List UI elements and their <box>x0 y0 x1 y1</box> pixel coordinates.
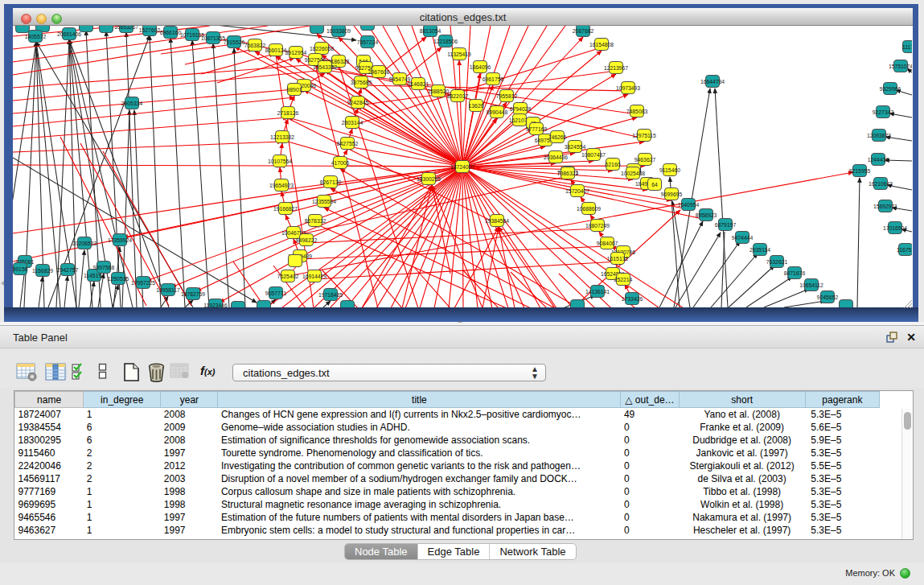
svg-text:9227342: 9227342 <box>873 109 894 115</box>
svg-text:8427552: 8427552 <box>337 141 359 146</box>
svg-text:11174: 11174 <box>902 44 912 50</box>
svg-text:8498222: 8498222 <box>296 237 318 243</box>
svg-text:1244415: 1244415 <box>868 157 889 163</box>
svg-text:10688609: 10688609 <box>577 206 601 212</box>
svg-text:417006: 417006 <box>331 160 350 166</box>
svg-text:18807249: 18807249 <box>585 223 610 229</box>
svg-text:9474444: 9474444 <box>732 235 754 241</box>
svg-text:7857224: 7857224 <box>357 39 379 45</box>
svg-text:16210643: 16210643 <box>869 181 893 187</box>
svg-text:252214: 252214 <box>614 277 633 282</box>
svg-text:99156: 99156 <box>13 266 28 272</box>
svg-text:12355594: 12355594 <box>312 199 336 204</box>
svg-text:9245652: 9245652 <box>817 295 839 300</box>
svg-text:20206533: 20206533 <box>72 241 97 246</box>
svg-text:8958923: 8958923 <box>696 212 717 218</box>
svg-text:6879197: 6879197 <box>715 222 737 228</box>
svg-text:2942757: 2942757 <box>57 267 79 273</box>
svg-text:14136141: 14136141 <box>585 289 610 295</box>
svg-text:18300295: 18300295 <box>417 176 441 182</box>
svg-text:746266: 746266 <box>548 134 567 140</box>
svg-text:6966160: 6966160 <box>160 30 182 35</box>
svg-text:8822037: 8822037 <box>447 93 469 99</box>
svg-text:8267130: 8267130 <box>320 179 342 185</box>
svg-text:18724007: 18724007 <box>450 164 474 170</box>
svg-text:7485083: 7485083 <box>626 109 648 114</box>
svg-text:9397568: 9397568 <box>93 265 115 270</box>
svg-text:1640954: 1640954 <box>678 202 700 208</box>
svg-text:17016504: 17016504 <box>883 225 907 231</box>
svg-text:11325419: 11325419 <box>447 51 471 57</box>
svg-text:16914479: 16914479 <box>302 274 326 279</box>
svg-text:9699695: 9699695 <box>661 192 683 197</box>
svg-text:12213967: 12213967 <box>604 65 628 71</box>
svg-text:7632621: 7632621 <box>766 259 788 265</box>
svg-text:6961758: 6961758 <box>483 76 504 82</box>
svg-text:8215955: 8215955 <box>849 168 871 174</box>
svg-text:16543382: 16543382 <box>313 64 337 70</box>
svg-text:6794028: 6794028 <box>510 106 532 112</box>
svg-text:2087682: 2087682 <box>573 28 594 34</box>
svg-text:16644784: 16644784 <box>700 79 725 84</box>
svg-text:7625402: 7625402 <box>277 274 299 279</box>
svg-text:10653267: 10653267 <box>114 26 138 30</box>
svg-text:20691406: 20691406 <box>57 31 81 37</box>
svg-text:9115460: 9115460 <box>659 167 680 173</box>
svg-text:19384554: 19384554 <box>485 218 509 224</box>
svg-text:16782759: 16782759 <box>181 291 205 297</box>
svg-text:16154808: 16154808 <box>589 42 614 47</box>
svg-text:10807487: 10807487 <box>581 152 606 158</box>
svg-text:64: 64 <box>651 182 658 187</box>
svg-text:11923446: 11923446 <box>203 303 228 308</box>
svg-text:9657771: 9657771 <box>265 290 287 296</box>
svg-text:8912954: 8912954 <box>285 50 307 56</box>
svg-text:1527602: 1527602 <box>139 27 161 33</box>
svg-text:16033809: 16033809 <box>326 28 351 34</box>
svg-text:8990448: 8990448 <box>487 109 508 115</box>
svg-text:12218506: 12218506 <box>433 39 458 44</box>
svg-text:3824554: 3824554 <box>565 144 586 150</box>
svg-text:10107554: 10107554 <box>268 159 292 164</box>
svg-text:3875685: 3875685 <box>351 80 372 85</box>
svg-text:19654923: 19654923 <box>269 183 294 188</box>
svg-text:10958117: 10958117 <box>156 287 180 293</box>
svg-text:9084067: 9084067 <box>597 241 618 246</box>
svg-text:9463627: 9463627 <box>634 157 656 163</box>
svg-text:17957225: 17957225 <box>131 280 155 286</box>
svg-text:9329966: 9329966 <box>880 86 901 92</box>
svg-text:8471676: 8471676 <box>784 270 806 276</box>
svg-text:13626: 13626 <box>469 103 484 109</box>
svg-text:2718126: 2718126 <box>277 110 299 116</box>
svg-text:1588520: 1588520 <box>428 89 450 94</box>
svg-text:98901: 98901 <box>287 87 302 93</box>
svg-text:10671355: 10671355 <box>201 35 225 41</box>
svg-text:15751074: 15751074 <box>889 64 912 69</box>
svg-text:2967608: 2967608 <box>368 69 390 75</box>
svg-text:10973493: 10973493 <box>616 85 640 91</box>
svg-text:7986322: 7986322 <box>557 171 579 176</box>
svg-text:15720407: 15720407 <box>565 188 589 194</box>
svg-text:1156829: 1156829 <box>32 268 53 274</box>
svg-text:19718485: 19718485 <box>318 292 343 298</box>
svg-text:10025438: 10025438 <box>621 171 645 176</box>
svg-text:12213382: 12213382 <box>270 134 294 140</box>
svg-text:62160: 62160 <box>606 162 621 167</box>
svg-text:2803144: 2803144 <box>342 120 363 126</box>
svg-text:9777169: 9777169 <box>526 126 548 132</box>
svg-text:10654112: 10654112 <box>799 282 823 288</box>
svg-text:8813054: 8813054 <box>420 28 441 34</box>
svg-text:1405572: 1405572 <box>25 34 47 39</box>
svg-text:19166827: 19166827 <box>273 206 298 212</box>
svg-text:8678332: 8678332 <box>305 218 326 224</box>
svg-text:7515526: 7515526 <box>224 39 245 45</box>
svg-text:1615132: 1615132 <box>607 256 629 262</box>
svg-text:7955812: 7955812 <box>496 93 518 99</box>
svg-text:15692971: 15692971 <box>873 204 897 209</box>
svg-text:1250515: 1250515 <box>108 276 129 282</box>
svg-text:8660124: 8660124 <box>265 47 287 53</box>
svg-text:17359924: 17359924 <box>108 237 132 243</box>
svg-text:2935114: 2935114 <box>749 247 770 253</box>
svg-text:7663822: 7663822 <box>244 43 266 48</box>
svg-text:18226058: 18226058 <box>310 46 334 51</box>
svg-text:1733426: 1733426 <box>622 296 643 302</box>
